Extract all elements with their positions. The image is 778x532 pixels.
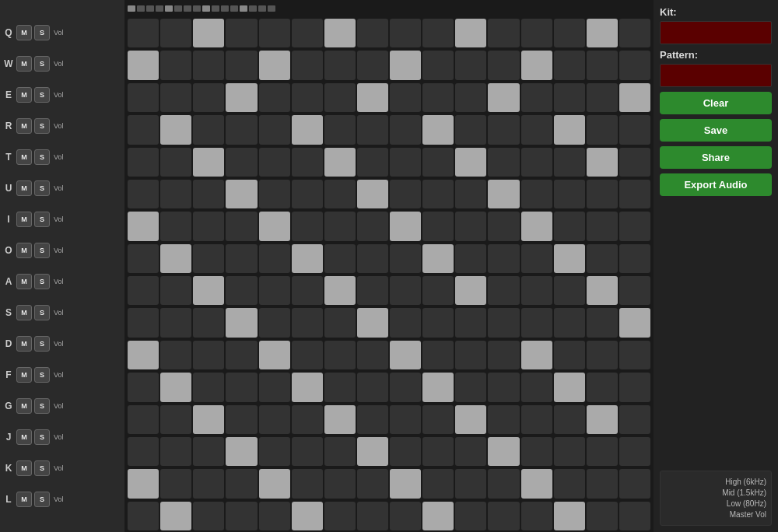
grid-cell-12-12[interactable]: [521, 405, 552, 434]
grid-cell-3-15[interactable]: [619, 115, 650, 144]
grid-cell-9-13[interactable]: [554, 308, 585, 337]
grid-cell-6-11[interactable]: [488, 212, 519, 240]
grid-cell-11-6[interactable]: [324, 373, 356, 401]
grid-cell-11-5[interactable]: [292, 373, 323, 401]
grid-cell-3-6[interactable]: [324, 115, 356, 144]
grid-cell-3-0[interactable]: [128, 115, 159, 144]
grid-cell-9-8[interactable]: [390, 308, 421, 337]
solo-button-i[interactable]: S: [34, 212, 50, 227]
grid-cell-6-1[interactable]: [160, 212, 191, 240]
grid-cell-12-11[interactable]: [488, 405, 519, 434]
pattern-display[interactable]: [660, 64, 772, 87]
grid-cell-15-7[interactable]: [357, 502, 388, 530]
grid-cell-0-6[interactable]: [324, 19, 356, 47]
share-button[interactable]: Share: [660, 146, 772, 169]
grid-cell-4-4[interactable]: [259, 148, 290, 177]
grid-cell-1-10[interactable]: [455, 51, 486, 79]
grid-cell-15-2[interactable]: [193, 502, 224, 530]
mute-button-e[interactable]: M: [16, 87, 32, 103]
grid-cell-6-13[interactable]: [554, 212, 585, 240]
grid-cell-6-7[interactable]: [357, 212, 388, 240]
solo-button-q[interactable]: S: [34, 25, 50, 40]
grid-cell-15-8[interactable]: [390, 502, 421, 530]
grid-cell-0-5[interactable]: [292, 19, 323, 47]
grid-cell-2-15[interactable]: [619, 83, 650, 112]
grid-cell-7-5[interactable]: [292, 244, 323, 273]
grid-cell-4-10[interactable]: [455, 148, 486, 177]
grid-cell-4-14[interactable]: [587, 148, 618, 177]
grid-cell-6-5[interactable]: [292, 212, 323, 240]
solo-button-u[interactable]: S: [34, 180, 50, 196]
grid-cell-15-10[interactable]: [455, 502, 486, 530]
grid-cell-1-7[interactable]: [357, 51, 388, 79]
mute-button-l[interactable]: M: [16, 492, 32, 507]
grid-cell-8-14[interactable]: [587, 276, 618, 305]
mute-button-t[interactable]: M: [16, 149, 32, 165]
grid-cell-8-2[interactable]: [193, 276, 224, 305]
grid-cell-9-11[interactable]: [488, 308, 519, 337]
grid-cell-8-8[interactable]: [390, 276, 421, 305]
grid-cell-15-14[interactable]: [587, 502, 618, 530]
grid-cell-3-11[interactable]: [488, 115, 519, 144]
grid-cell-7-15[interactable]: [619, 244, 650, 273]
grid-cell-8-0[interactable]: [128, 276, 159, 305]
grid-cell-0-3[interactable]: [226, 19, 257, 47]
grid-cell-14-12[interactable]: [521, 469, 552, 498]
grid-cell-10-14[interactable]: [587, 341, 618, 369]
grid-cell-7-14[interactable]: [587, 244, 618, 273]
grid-cell-4-9[interactable]: [422, 148, 454, 177]
mute-button-u[interactable]: M: [16, 180, 32, 196]
grid-cell-10-5[interactable]: [292, 341, 323, 369]
grid-cell-0-15[interactable]: [619, 19, 650, 47]
grid-cell-1-1[interactable]: [160, 51, 191, 79]
grid-cell-1-4[interactable]: [259, 51, 290, 79]
grid-cell-8-15[interactable]: [619, 276, 650, 305]
solo-button-f[interactable]: S: [34, 367, 50, 383]
grid-cell-5-9[interactable]: [422, 180, 454, 208]
grid-cell-12-9[interactable]: [422, 405, 454, 434]
mute-button-r[interactable]: M: [16, 118, 32, 134]
save-button[interactable]: Save: [660, 119, 772, 142]
grid-cell-6-4[interactable]: [259, 212, 290, 240]
grid-cell-4-3[interactable]: [226, 148, 257, 177]
grid-cell-10-7[interactable]: [357, 341, 388, 369]
grid-cell-4-1[interactable]: [160, 148, 191, 177]
grid-cell-12-13[interactable]: [554, 405, 585, 434]
grid-cell-7-1[interactable]: [160, 244, 191, 273]
grid-cell-10-15[interactable]: [619, 341, 650, 369]
grid-cell-2-5[interactable]: [292, 83, 323, 112]
grid-cell-14-14[interactable]: [587, 469, 618, 498]
mute-button-s[interactable]: M: [16, 305, 32, 320]
grid-cell-14-5[interactable]: [292, 469, 323, 498]
mute-button-i[interactable]: M: [16, 212, 32, 227]
grid-cell-7-3[interactable]: [226, 244, 257, 273]
grid-cell-12-1[interactable]: [160, 405, 191, 434]
grid-cell-0-2[interactable]: [193, 19, 224, 47]
grid-cell-13-12[interactable]: [521, 437, 552, 466]
grid-cell-0-12[interactable]: [521, 19, 552, 47]
grid-cell-8-9[interactable]: [422, 276, 454, 305]
grid-cell-3-5[interactable]: [292, 115, 323, 144]
grid-cell-10-3[interactable]: [226, 341, 257, 369]
grid-cell-1-5[interactable]: [292, 51, 323, 79]
grid-cell-6-10[interactable]: [455, 212, 486, 240]
grid-cell-9-12[interactable]: [521, 308, 552, 337]
grid-cell-10-6[interactable]: [324, 341, 356, 369]
grid-cell-10-13[interactable]: [554, 341, 585, 369]
grid-cell-0-0[interactable]: [128, 19, 159, 47]
solo-button-o[interactable]: S: [34, 243, 50, 258]
grid-cell-7-4[interactable]: [259, 244, 290, 273]
grid-cell-5-12[interactable]: [521, 180, 552, 208]
grid-cell-4-2[interactable]: [193, 148, 224, 177]
grid-cell-10-8[interactable]: [390, 341, 421, 369]
grid-cell-13-8[interactable]: [390, 437, 421, 466]
grid-cell-9-2[interactable]: [193, 308, 224, 337]
grid-cell-5-4[interactable]: [259, 180, 290, 208]
grid-cell-11-8[interactable]: [390, 373, 421, 401]
grid-cell-14-2[interactable]: [193, 469, 224, 498]
grid-cell-10-10[interactable]: [455, 341, 486, 369]
grid-cell-3-2[interactable]: [193, 115, 224, 144]
grid-cell-10-0[interactable]: [128, 341, 159, 369]
grid-cell-14-7[interactable]: [357, 469, 388, 498]
grid-cell-1-2[interactable]: [193, 51, 224, 79]
